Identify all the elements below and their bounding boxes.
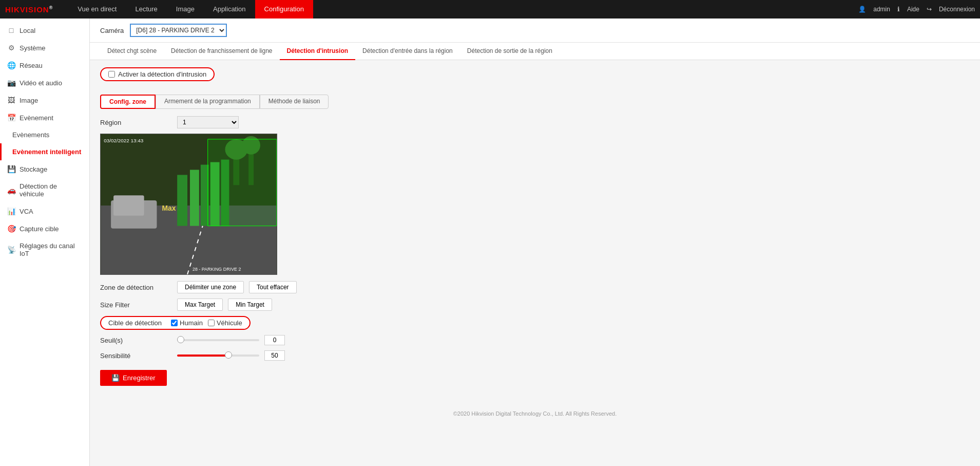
nav-application[interactable]: Application — [204, 0, 255, 18]
vehicule-icon: 🚗 — [7, 186, 15, 194]
iot-icon: 📡 — [7, 246, 15, 254]
logout-label[interactable]: Déconnexion — [939, 6, 975, 13]
sidebar-label-evenement: Evènement — [20, 114, 53, 122]
size-filter-label: Size Filter — [100, 301, 172, 309]
video-svg: 03/02/2022 13:43 28 - PARKING DRIVE 2 Ma… — [101, 134, 277, 274]
camera-select[interactable]: [D6] 28 - PARKING DRIVE 2 — [130, 24, 227, 37]
tab-detect-chgt[interactable]: Détect chgt scène — [100, 43, 164, 60]
max-target-button[interactable]: Max Target — [177, 299, 223, 311]
svg-rect-8 — [113, 195, 144, 216]
activate-label: Activer la détection d'intrusion — [118, 70, 206, 78]
region-select[interactable]: 1 2 3 4 — [177, 116, 239, 128]
min-target-button[interactable]: Min Target — [228, 299, 272, 311]
sidebar-item-video-audio[interactable]: 📷 Vidéo et audio — [0, 74, 89, 91]
nav-configuration[interactable]: Configuration — [255, 0, 313, 18]
cible-row: Cible de détection Humain Véhicule — [100, 316, 251, 330]
evenement-icon: 📅 — [7, 114, 15, 122]
sidebar: □ Local ⚙ Système 🌐 Réseau 📷 Vidéo et au… — [0, 18, 90, 466]
sub-tab-methode[interactable]: Méthode de liaison — [260, 95, 329, 109]
sensibilite-value-input[interactable]: 50 — [264, 350, 285, 361]
sidebar-label-image: Image — [20, 97, 38, 104]
video-audio-icon: 📷 — [7, 79, 15, 87]
activate-checkbox[interactable] — [108, 71, 115, 78]
video-background: 03/02/2022 13:43 28 - PARKING DRIVE 2 Ma… — [101, 134, 277, 274]
sidebar-item-iot[interactable]: 📡 Réglages du canal IoT — [0, 237, 89, 262]
sidebar-item-detection-vehicule[interactable]: 🚗 Détection de véhicule — [0, 178, 89, 202]
capture-cible-icon: 🎯 — [7, 225, 15, 233]
sub-tabs: Config. zone Armement de la programmatio… — [100, 95, 970, 109]
seuil-slider-track — [177, 339, 259, 341]
sub-tab-config-zone[interactable]: Config. zone — [100, 95, 156, 109]
sidebar-label-video-audio: Vidéo et audio — [20, 79, 62, 87]
seuil-label: Seuil(s) — [100, 337, 172, 344]
admin-label[interactable]: admin — [873, 6, 890, 13]
brand-trademark: ® — [49, 5, 53, 10]
save-icon: 💾 — [111, 374, 120, 382]
vehicule-checkbox-item: Véhicule — [208, 319, 242, 327]
sensibilite-label: Sensibilité — [100, 352, 172, 360]
tab-entree-region[interactable]: Détection d'entrée dans la région — [355, 43, 460, 60]
sensibilite-slider-track — [177, 355, 259, 357]
region-label: Région — [100, 119, 172, 126]
sensibilite-row: Sensibilité 50 — [100, 350, 970, 361]
sidebar-item-evenement[interactable]: 📅 Evènement — [0, 109, 89, 126]
logout-icon: ↪ — [927, 6, 932, 13]
svg-rect-2 — [177, 175, 187, 226]
vehicule-checkbox[interactable] — [208, 320, 215, 326]
cible-container: Cible de détection Humain Véhicule — [100, 316, 970, 330]
activate-container: Activer la détection d'intrusion — [100, 67, 970, 87]
nav-lecture[interactable]: Lecture — [126, 0, 166, 18]
activate-row: Activer la détection d'intrusion — [100, 67, 215, 81]
image-icon: 🖼 — [7, 96, 15, 104]
sidebar-item-local[interactable]: □ Local — [0, 22, 89, 39]
svg-text:03/02/2022 13:43: 03/02/2022 13:43 — [104, 138, 144, 143]
sidebar-label-systeme: Système — [20, 44, 46, 52]
vehicule-label: Véhicule — [217, 319, 242, 327]
tab-intrusion[interactable]: Détection d'intrusion — [280, 43, 356, 60]
sidebar-label-vca: VCA — [20, 208, 33, 215]
seuil-slider-thumb[interactable] — [177, 336, 184, 343]
delimit-zone-button[interactable]: Délimiter une zone — [177, 281, 244, 293]
local-icon: □ — [7, 26, 15, 34]
sidebar-item-reseau[interactable]: 🌐 Réseau — [0, 57, 89, 74]
tab-sortie-region[interactable]: Détection de sortie de la région — [460, 43, 560, 60]
sub-tab-armement[interactable]: Armement de la programmation — [156, 95, 260, 109]
main-nav: Vue en direct Lecture Image Application … — [68, 0, 858, 18]
footer-text: ©2020 Hikvision Digital Technology Co., … — [453, 411, 617, 417]
layout: □ Local ⚙ Système 🌐 Réseau 📷 Vidéo et au… — [0, 18, 980, 466]
region-row: Région 1 2 3 4 — [100, 116, 970, 128]
stockage-icon: 💾 — [7, 165, 15, 173]
sidebar-label-detection-vehicule: Détection de véhicule — [20, 182, 82, 198]
footer: ©2020 Hikvision Digital Technology Co., … — [100, 401, 970, 422]
reseau-icon: 🌐 — [7, 61, 15, 69]
tab-franchissement[interactable]: Détection de franchissement de ligne — [164, 43, 279, 60]
admin-icon: 👤 — [858, 6, 866, 13]
sidebar-item-evenement-intelligent[interactable]: Evènement intelligent — [0, 143, 89, 160]
nav-image[interactable]: Image — [167, 0, 204, 18]
intrusion-content: Activer la détection d'intrusion Config.… — [90, 60, 980, 429]
help-label[interactable]: Aide — [907, 6, 919, 13]
camera-label: Caméra — [100, 27, 124, 34]
systeme-icon: ⚙ — [7, 44, 15, 52]
cible-label: Cible de détection — [108, 319, 162, 327]
sidebar-label-iot: Réglages du canal IoT — [20, 242, 82, 257]
sidebar-item-systeme[interactable]: ⚙ Système — [0, 39, 89, 57]
svg-marker-14 — [208, 139, 277, 226]
sidebar-item-stockage[interactable]: 💾 Stockage — [0, 160, 89, 178]
sidebar-item-capture-cible[interactable]: 🎯 Capture cible — [0, 220, 89, 237]
zone-label: Zone de détection — [100, 284, 172, 291]
sidebar-item-evenements[interactable]: Evènements — [0, 126, 89, 143]
sensibilite-slider-thumb[interactable] — [225, 351, 232, 359]
svg-rect-3 — [190, 170, 199, 226]
zone-row: Zone de détection Délimiter une zone Tou… — [100, 281, 970, 293]
erase-all-button[interactable]: Tout effacer — [249, 281, 296, 293]
brand-logo: HIKVISION® — [5, 5, 53, 14]
main-content: Caméra [D6] 28 - PARKING DRIVE 2 Détect … — [90, 18, 980, 466]
humain-checkbox-item: Humain — [171, 319, 203, 327]
sidebar-item-image[interactable]: 🖼 Image — [0, 91, 89, 109]
humain-checkbox[interactable] — [171, 320, 178, 326]
nav-vue-direct[interactable]: Vue en direct — [68, 0, 126, 18]
save-button[interactable]: 💾 Enregistrer — [100, 370, 167, 386]
sidebar-item-vca[interactable]: 📊 VCA — [0, 202, 89, 220]
seuil-value-input[interactable]: 0 — [264, 335, 285, 345]
